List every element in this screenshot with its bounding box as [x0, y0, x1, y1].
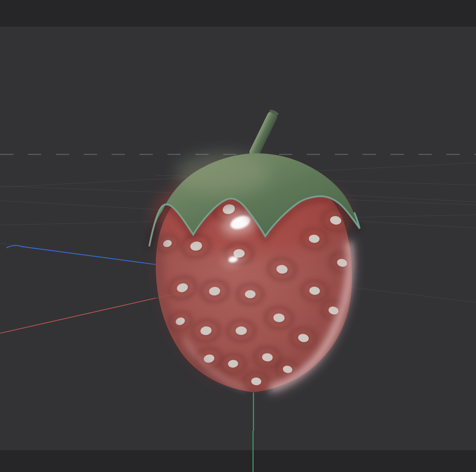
seed [245, 290, 256, 298]
bottom-bar [0, 450, 476, 472]
app-window [0, 0, 476, 472]
cap-highlight [176, 153, 270, 195]
axis-y-green-line [253, 393, 254, 472]
top-bar [0, 0, 476, 27]
viewport-3d[interactable] [0, 0, 476, 472]
seed [236, 326, 247, 335]
